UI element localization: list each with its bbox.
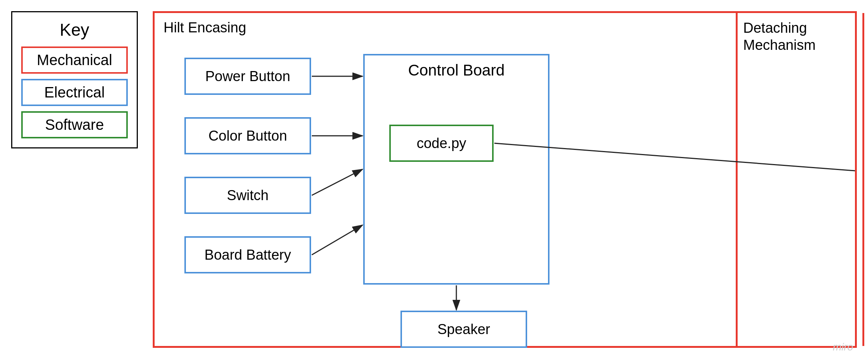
board-battery-box: Board Battery [184,236,311,273]
svg-line-4 [312,225,362,255]
detaching-mechanism-label: DetachingMechanism [743,20,818,54]
speaker-box: Speaker [400,311,527,348]
key-electrical: Electrical [21,79,128,106]
outer-red-box: Hilt Encasing DetachingMechanism BladeTu… [153,11,857,348]
divider-right [862,13,864,346]
codepy-box: code.py [389,125,494,162]
key-mechanical: Mechanical [21,47,128,74]
key-software: Software [21,111,128,138]
key-box: Key Mechanical Electrical Software [11,11,138,148]
power-button-box: Power Button [184,58,311,95]
svg-line-3 [312,169,362,195]
watermark: miro [833,341,853,353]
switch-box: Switch [184,177,311,214]
divider-left [736,13,738,346]
key-title: Key [21,20,128,40]
control-board-box: Control Board [363,54,549,285]
color-button-box: Color Button [184,117,311,154]
diagram: Key Mechanical Electrical Software Hilt … [0,0,868,359]
hilt-encasing-label: Hilt Encasing [164,20,246,36]
